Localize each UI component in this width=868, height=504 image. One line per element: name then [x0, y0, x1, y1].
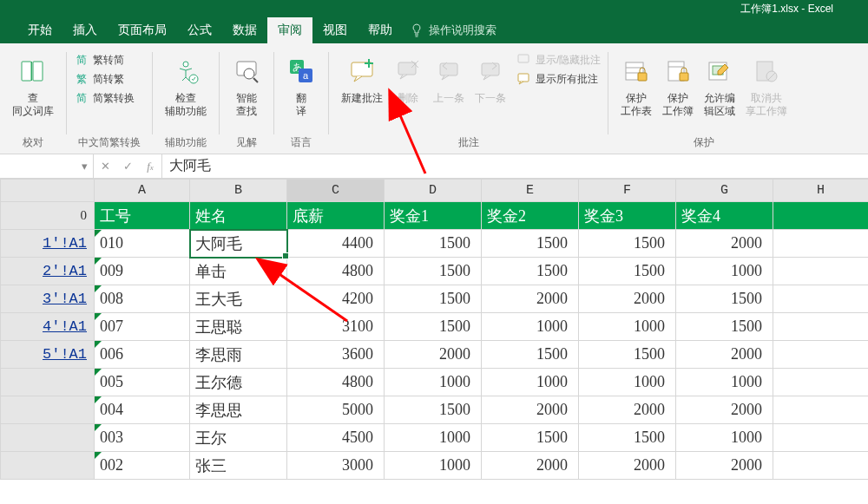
cell[interactable]: 王思聪 [190, 313, 287, 341]
cell[interactable]: 2000 [676, 396, 773, 424]
column-header[interactable]: G [676, 180, 773, 202]
thesaurus-button[interactable]: 查同义词库 [7, 49, 59, 118]
protect-workbook-button[interactable]: 保护 工作簿 [657, 49, 699, 118]
cell[interactable]: 2000 [676, 230, 773, 258]
cell[interactable]: 002 [95, 452, 190, 480]
cell[interactable]: 1000 [482, 369, 579, 396]
cell[interactable]: 2000 [676, 341, 773, 369]
cell[interactable]: 1500 [579, 258, 676, 285]
smart-lookup-button[interactable]: 智能 查找 [227, 49, 266, 118]
header-cell[interactable]: 奖金2 [482, 202, 579, 230]
cell[interactable]: 1500 [385, 285, 482, 313]
cell[interactable]: 1500 [385, 230, 482, 258]
cell[interactable]: 1500 [676, 285, 773, 313]
cell[interactable]: 008 [95, 285, 190, 313]
cell[interactable]: 1500 [385, 396, 482, 424]
row-header[interactable]: 1'!A1 [1, 230, 95, 258]
cell[interactable]: 1500 [676, 313, 773, 341]
cell[interactable]: 1000 [385, 424, 482, 452]
name-box[interactable]: ▾ [0, 154, 94, 178]
header-cell[interactable]: 底薪 [287, 202, 385, 230]
cell[interactable] [773, 313, 869, 341]
cell[interactable]: 3100 [287, 313, 385, 341]
cell[interactable]: 1500 [579, 230, 676, 258]
tab-审阅[interactable]: 审阅 [267, 17, 312, 43]
cell[interactable]: 王尔 [190, 424, 287, 452]
cell[interactable]: 004 [95, 396, 190, 424]
cell[interactable]: 2000 [579, 396, 676, 424]
cell[interactable]: 1000 [676, 258, 773, 285]
new-comment-button[interactable]: 新建批注 [336, 49, 388, 105]
tell-me-search[interactable]: 操作说明搜索 [410, 23, 496, 38]
check-accessibility-button[interactable]: 检查 辅助功能 [160, 49, 212, 118]
cell[interactable] [773, 341, 869, 369]
sheet-link[interactable]: 2'!A1 [43, 263, 87, 279]
row-header[interactable] [1, 396, 95, 424]
tab-公式[interactable]: 公式 [177, 17, 222, 43]
show-all-comments-button[interactable]: 显示所有批注 [516, 69, 601, 88]
cell[interactable]: 1000 [385, 452, 482, 480]
cell[interactable]: 1500 [482, 424, 579, 452]
column-header[interactable]: A [95, 180, 190, 202]
cell[interactable]: 4400 [287, 230, 385, 258]
header-cell[interactable]: 奖金4 [676, 202, 773, 230]
column-header[interactable]: E [482, 180, 579, 202]
cell[interactable]: 006 [95, 341, 190, 369]
cell[interactable]: 张三 [190, 452, 287, 480]
row-header[interactable]: 3'!A1 [1, 285, 95, 313]
cell[interactable]: 2000 [482, 396, 579, 424]
protect-sheet-button[interactable]: 保护 工作表 [615, 49, 657, 118]
enter-formula-button[interactable]: ✓ [116, 160, 139, 173]
cell[interactable]: 李思思 [190, 396, 287, 424]
row-header[interactable]: 5'!A1 [1, 341, 95, 369]
cell[interactable]: 1000 [579, 369, 676, 396]
tab-插入[interactable]: 插入 [62, 17, 108, 43]
cell[interactable]: 4800 [287, 369, 385, 396]
translate-button[interactable]: あa 翻 译 [281, 49, 321, 118]
sheet-link[interactable]: 5'!A1 [43, 346, 87, 363]
header-cell[interactable]: 奖金1 [385, 202, 482, 230]
cell[interactable]: 李思雨 [190, 341, 287, 369]
cell[interactable]: 1500 [579, 424, 676, 452]
formula-input[interactable]: 大阿毛 [162, 154, 868, 178]
cell[interactable]: 单击 [190, 258, 287, 285]
tab-开始[interactable]: 开始 [17, 17, 62, 43]
cell[interactable]: 009 [95, 258, 190, 285]
column-header[interactable]: F [579, 180, 676, 202]
tab-页面布局[interactable]: 页面布局 [108, 17, 177, 43]
cell[interactable] [773, 258, 869, 285]
allow-edit-ranges-button[interactable]: 允许编 辑区域 [699, 49, 740, 118]
trad-to-simp-button[interactable]: 简 繁转简 [74, 50, 145, 69]
cell[interactable]: 4200 [287, 285, 385, 313]
cell[interactable]: 2000 [579, 285, 676, 313]
cell[interactable] [773, 230, 869, 258]
row-header[interactable]: 4'!A1 [1, 313, 95, 341]
cell[interactable]: 1000 [676, 369, 773, 396]
row-header[interactable] [1, 452, 95, 480]
cell[interactable]: 1500 [482, 258, 579, 285]
cell[interactable] [773, 285, 869, 313]
cell[interactable]: 2000 [482, 285, 579, 313]
row-header[interactable] [1, 424, 95, 452]
cell[interactable]: 1000 [482, 313, 579, 341]
select-all-cell[interactable] [1, 180, 95, 202]
column-header[interactable]: B [190, 180, 287, 202]
cell[interactable] [773, 424, 869, 452]
cell[interactable]: 1000 [385, 369, 482, 396]
header-cell[interactable]: 奖金3 [579, 202, 676, 230]
fx-button[interactable]: fx [139, 160, 161, 173]
cell[interactable]: 王尔德 [190, 369, 287, 396]
column-header[interactable]: D [385, 180, 482, 202]
header-cell[interactable] [773, 202, 869, 230]
cell[interactable]: 4500 [287, 424, 385, 452]
cell[interactable]: 2000 [676, 452, 773, 480]
cell[interactable]: 大阿毛 [190, 230, 287, 258]
conversion-button[interactable]: 简 简繁转换 [74, 88, 145, 108]
cell[interactable]: 007 [95, 313, 190, 341]
row-header[interactable]: 2'!A1 [1, 258, 95, 285]
cell[interactable]: 1500 [579, 341, 676, 369]
cell[interactable]: 2000 [385, 341, 482, 369]
row-header[interactable]: 0 [1, 202, 95, 230]
row-header[interactable] [1, 369, 95, 396]
tab-帮助[interactable]: 帮助 [358, 17, 403, 43]
